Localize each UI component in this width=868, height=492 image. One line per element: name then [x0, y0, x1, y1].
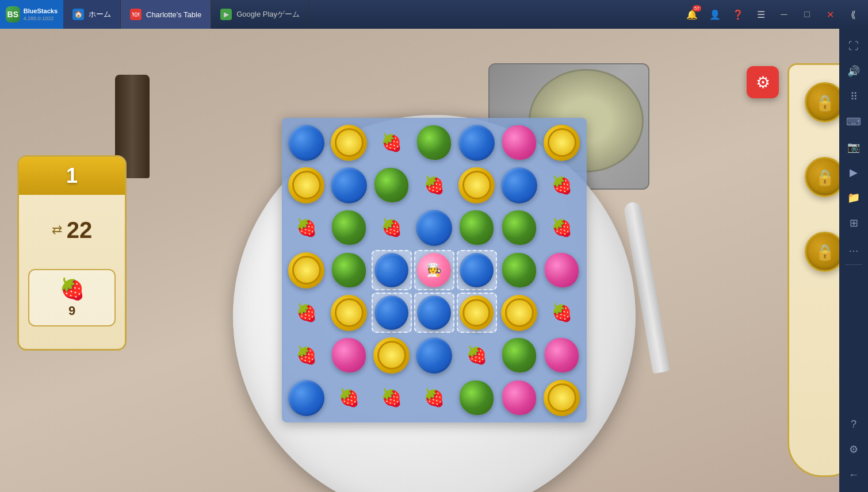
- cell-6-3[interactable]: 🍓: [414, 378, 454, 418]
- tile-strawberry: 🍓: [551, 219, 572, 236]
- bluestacks-logo[interactable]: BS BlueStacks 4.280.0.1022: [0, 0, 63, 29]
- expand-button[interactable]: ⟪: [843, 4, 863, 25]
- tile-blue: [288, 125, 324, 161]
- sidebar-divider: [845, 264, 862, 265]
- cell-1-5[interactable]: [499, 165, 540, 205]
- cell-3-0[interactable]: [286, 250, 327, 290]
- cell-6-0[interactable]: [286, 378, 327, 418]
- cell-6-5[interactable]: [499, 378, 540, 418]
- cell-1-2[interactable]: [372, 165, 412, 205]
- sidebar-volume-button[interactable]: 🔊: [842, 60, 865, 83]
- game-tab-label: Charlotte's Table: [146, 10, 201, 19]
- game-board-container: 🍓 🍓 🍓 🍓 🍓 🍓 🧑‍�: [282, 118, 587, 422]
- sidebar-dpi-button[interactable]: ⠿: [842, 85, 865, 108]
- cell-4-5[interactable]: [499, 293, 540, 333]
- cell-1-4[interactable]: [457, 165, 497, 205]
- cell-1-1[interactable]: [329, 165, 369, 205]
- cell-0-1[interactable]: [329, 122, 369, 163]
- cell-2-4[interactable]: [457, 207, 497, 248]
- sidebar-more-button[interactable]: …: [842, 237, 865, 260]
- cell-0-3[interactable]: [414, 122, 454, 163]
- cell-1-3[interactable]: 🍓: [414, 165, 454, 205]
- cell-3-5[interactable]: [499, 250, 540, 290]
- sidebar-record-button[interactable]: ▶: [842, 161, 865, 184]
- tile-yellow: [544, 380, 580, 416]
- play-tab-label: Google Playゲーム: [236, 9, 300, 20]
- cell-4-6[interactable]: 🍓: [542, 293, 582, 333]
- gear-icon: ⚙: [756, 73, 770, 92]
- cell-4-0[interactable]: 🍓: [286, 293, 327, 333]
- tile-blue: [331, 167, 367, 203]
- cell-5-3[interactable]: [414, 335, 454, 375]
- sidebar-fullscreen-button[interactable]: ⛶: [842, 34, 865, 57]
- cell-5-4[interactable]: 🍓: [457, 335, 497, 375]
- cell-6-2[interactable]: 🍓: [372, 378, 412, 418]
- sidebar-settings-button[interactable]: ⚙: [842, 438, 865, 461]
- cell-5-6[interactable]: [542, 335, 582, 375]
- help-button[interactable]: ❓: [728, 4, 748, 25]
- cell-0-5[interactable]: [499, 122, 540, 163]
- cell-6-6[interactable]: [542, 378, 582, 418]
- sidebar-help-button[interactable]: ?: [842, 413, 865, 436]
- tab-home[interactable]: 🏠 ホーム: [63, 0, 121, 29]
- notification-button[interactable]: 🔔 57: [682, 4, 702, 25]
- sidebar-screenshot-button[interactable]: 📷: [842, 136, 865, 159]
- titlebar-right: 🔔 57 👤 ❓ ☰ ─ □ ✕ ⟪: [682, 4, 868, 25]
- cell-3-4[interactable]: [457, 250, 497, 290]
- cell-0-2[interactable]: 🍓: [372, 122, 412, 163]
- cell-4-4[interactable]: [457, 293, 497, 333]
- cell-6-4[interactable]: [457, 378, 497, 418]
- cell-3-1[interactable]: [329, 250, 369, 290]
- tile-pink: [545, 338, 579, 372]
- sidebar-folder-button[interactable]: 📁: [842, 186, 865, 209]
- menu-button[interactable]: ☰: [751, 4, 771, 25]
- account-button[interactable]: 👤: [705, 4, 725, 25]
- cell-1-6[interactable]: 🍓: [542, 165, 582, 205]
- tile-strawberry: 🍓: [551, 176, 572, 194]
- home-tab-label: ホーム: [89, 9, 111, 20]
- cell-5-0[interactable]: 🍓: [286, 335, 327, 375]
- tile-green: [417, 125, 452, 160]
- tile-yellow: [501, 295, 537, 331]
- bs-icon: BS: [6, 6, 20, 22]
- cell-5-2[interactable]: [372, 335, 412, 375]
- strawberry-goal-icon: 🍓: [59, 277, 85, 301]
- close-button[interactable]: ✕: [820, 4, 840, 25]
- tile-blue: [416, 210, 452, 246]
- sidebar-apps-button[interactable]: ⊞: [842, 212, 865, 235]
- cell-2-2[interactable]: 🍓: [372, 207, 412, 248]
- sidebar-back-button[interactable]: ←: [842, 463, 865, 486]
- cell-4-1[interactable]: [329, 293, 369, 333]
- maximize-button[interactable]: □: [797, 4, 817, 25]
- tile-green: [502, 210, 537, 245]
- cell-0-4[interactable]: [457, 122, 497, 163]
- tile-yellow: [460, 295, 494, 329]
- cell-5-5[interactable]: [499, 335, 540, 375]
- cell-3-6[interactable]: [542, 250, 582, 290]
- cell-2-3[interactable]: [414, 207, 454, 248]
- game-board: 🍓 🍓 🍓 🍓 🍓 🍓 🧑‍�: [282, 118, 587, 422]
- tile-green: [502, 253, 537, 287]
- settings-button[interactable]: ⚙: [747, 66, 779, 98]
- cell-2-6[interactable]: 🍓: [542, 207, 582, 248]
- cell-2-0[interactable]: 🍓: [286, 207, 327, 248]
- cell-2-5[interactable]: [499, 207, 540, 248]
- minimize-button[interactable]: ─: [774, 4, 794, 25]
- sidebar-keyboard-button[interactable]: ⌨: [842, 110, 865, 133]
- cell-1-0[interactable]: [286, 165, 327, 205]
- cell-4-2[interactable]: [372, 293, 412, 333]
- moves-icon: ⇄: [52, 222, 62, 237]
- bs-info: BlueStacks 4.280.0.1022: [24, 7, 58, 21]
- cell-3-3[interactable]: 🧑‍🍳: [414, 250, 454, 290]
- cell-3-2[interactable]: [372, 250, 412, 290]
- cell-5-1[interactable]: [329, 335, 369, 375]
- tile-blue: [458, 125, 495, 161]
- tab-game[interactable]: 🍽 Charlotte's Table: [121, 0, 211, 29]
- notification-badge: 57: [693, 5, 701, 11]
- cell-0-6[interactable]: [542, 122, 582, 163]
- cell-6-1[interactable]: 🍓: [329, 378, 369, 418]
- cell-2-1[interactable]: [329, 207, 369, 248]
- cell-0-0[interactable]: [286, 122, 327, 163]
- cell-4-3[interactable]: [414, 293, 454, 333]
- tab-play[interactable]: ▶ Google Playゲーム: [211, 0, 309, 29]
